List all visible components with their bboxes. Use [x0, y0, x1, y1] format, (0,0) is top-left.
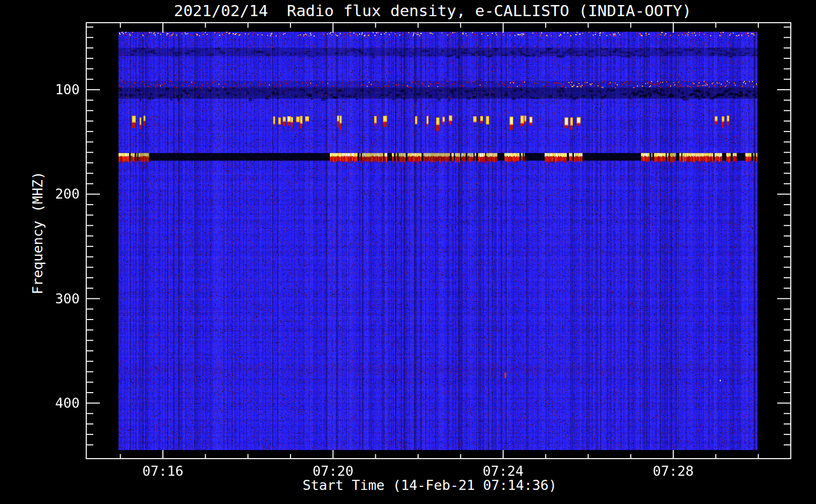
- y-tick-label: 200: [41, 187, 80, 201]
- x-tick-label: 07:16: [142, 464, 183, 478]
- y-tick-label: 300: [41, 292, 80, 305]
- y-tick-label: 100: [41, 83, 80, 96]
- y-tick-label: 400: [41, 396, 80, 410]
- plot-axes: [0, 0, 816, 504]
- x-tick-label: 07:20: [313, 464, 354, 478]
- spectrogram-page: 2021/02/14 Radio flux density, e-CALLIST…: [0, 0, 816, 504]
- x-tick-label: 07:28: [653, 464, 693, 478]
- plot-frame: [86, 23, 791, 459]
- x-tick-label: 07:24: [483, 464, 523, 478]
